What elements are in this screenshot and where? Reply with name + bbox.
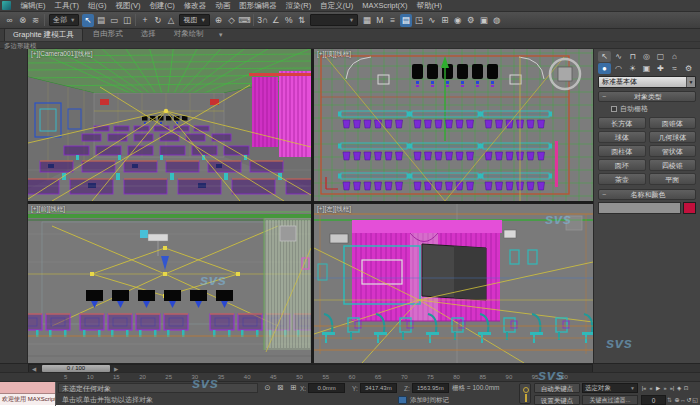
- space-warps-category-icon[interactable]: ≈: [668, 63, 681, 74]
- percent-snap-icon[interactable]: %: [283, 14, 295, 27]
- polygon-modeling-panel-label[interactable]: 多边形建模: [0, 42, 700, 49]
- named-selection-sets-dropdown[interactable]: ▼: [310, 14, 358, 26]
- bind-to-space-warp-icon[interactable]: ≋: [30, 14, 42, 27]
- isolate-selection-icon[interactable]: ⊙: [262, 383, 273, 393]
- selection-filter-dropdown[interactable]: 全部 ▼: [49, 14, 79, 26]
- listener-macro-line[interactable]: [0, 382, 55, 394]
- spinner-snap-icon[interactable]: ⇅: [296, 14, 308, 27]
- menu-item[interactable]: 编辑(E): [16, 0, 50, 11]
- previous-frame-icon[interactable]: «: [648, 383, 654, 393]
- go-to-start-icon[interactable]: |«: [641, 383, 647, 393]
- object-type-button[interactable]: 球体: [598, 131, 646, 143]
- listener-welcome-line[interactable]: 欢迎使用 MAXScript: [0, 394, 55, 405]
- motion-tab-icon[interactable]: ◎: [640, 51, 653, 62]
- ribbon-tab[interactable]: 选择: [133, 28, 164, 41]
- menu-item[interactable]: 自定义(U): [316, 0, 358, 11]
- time-configuration-icon[interactable]: ⊡: [683, 383, 689, 393]
- helpers-category-icon[interactable]: ✚: [654, 63, 667, 74]
- set-keys-button[interactable]: [519, 383, 531, 404]
- menu-item[interactable]: 创建(C): [145, 0, 179, 11]
- viewport-label[interactable]: [+][前][线框]: [31, 205, 65, 214]
- go-to-end-icon[interactable]: »|: [669, 383, 675, 393]
- menu-item[interactable]: 修改器: [179, 0, 211, 11]
- render-production-icon[interactable]: ◍: [491, 14, 503, 27]
- layer-manager-icon[interactable]: ▤: [400, 14, 412, 27]
- autogrid-checkbox[interactable]: [611, 106, 617, 112]
- angle-snap-icon[interactable]: ∠: [270, 14, 282, 27]
- schematic-view-icon[interactable]: ⊞: [439, 14, 451, 27]
- window-crossing-icon[interactable]: ◫: [121, 14, 133, 27]
- play-icon[interactable]: ▶: [655, 383, 661, 393]
- modify-tab-icon[interactable]: ∿: [612, 51, 625, 62]
- object-name-field[interactable]: [598, 202, 681, 214]
- current-frame-field[interactable]: 0: [641, 395, 666, 405]
- set-key-button[interactable]: 设置关键点: [534, 395, 580, 405]
- menu-item[interactable]: 渲染(R): [281, 0, 315, 11]
- create-tab-icon[interactable]: ↖: [598, 51, 611, 62]
- select-object-icon[interactable]: ↖: [82, 14, 94, 27]
- ribbon-collapse-icon[interactable]: ▼: [212, 29, 230, 41]
- x-field[interactable]: 0.0mm: [308, 383, 345, 393]
- auto-key-button[interactable]: 自动关键点: [534, 383, 580, 393]
- object-type-button[interactable]: 平面: [649, 173, 697, 185]
- graphite-toggle-icon[interactable]: ◳: [413, 14, 425, 27]
- z-field[interactable]: 1563.95m: [412, 383, 449, 393]
- select-by-name-icon[interactable]: ▤: [95, 14, 107, 27]
- menu-item[interactable]: 图形编辑器: [235, 0, 282, 11]
- top-viewport-scene[interactable]: [314, 49, 593, 201]
- key-mode-toggle-icon[interactable]: ◈: [676, 383, 682, 393]
- object-type-button[interactable]: 圆锥体: [649, 117, 697, 129]
- reference-coordinate-dropdown[interactable]: 视图 ▼: [179, 14, 209, 26]
- y-field[interactable]: 3417.43m: [360, 383, 397, 393]
- object-type-button[interactable]: 四棱锥: [649, 159, 697, 171]
- shapes-category-icon[interactable]: ◠: [612, 63, 625, 74]
- edit-named-selection-sets-icon[interactable]: ▦: [361, 14, 373, 27]
- ribbon-tab[interactable]: 对象绘制: [166, 28, 212, 41]
- primitive-type-dropdown[interactable]: 标准基本体 ▼: [598, 76, 696, 88]
- select-and-link-icon[interactable]: ∞: [4, 14, 16, 27]
- track-bar[interactable]: 5101520253035404550556065707580859095100: [0, 372, 700, 381]
- viewport-label[interactable]: [+][左][线框]: [317, 205, 351, 214]
- ribbon-tab[interactable]: Graphite 建模工具: [4, 28, 83, 41]
- hierarchy-tab-icon[interactable]: ⊓: [626, 51, 639, 62]
- select-and-scale-icon[interactable]: △: [165, 14, 177, 27]
- render-setup-icon[interactable]: ⚙: [465, 14, 477, 27]
- utilities-tab-icon[interactable]: ⌂: [668, 51, 681, 62]
- maximize-viewport-toggle-icon[interactable]: ◱: [692, 395, 698, 405]
- geometry-category-icon[interactable]: ●: [598, 63, 611, 74]
- selection-set-dropdown[interactable]: 选定对象 ▼: [582, 383, 638, 393]
- time-slider-handle[interactable]: 0 / 100: [42, 365, 110, 372]
- front-viewport-scene[interactable]: [28, 204, 311, 363]
- systems-category-icon[interactable]: ⚙: [682, 63, 695, 74]
- viewport-front[interactable]: [+][前][线框]: [28, 204, 311, 363]
- material-editor-icon[interactable]: ◉: [452, 14, 464, 27]
- camera-viewport-scene[interactable]: [28, 49, 311, 201]
- object-type-button[interactable]: 圆柱体: [598, 145, 646, 157]
- select-and-move-icon[interactable]: +: [139, 14, 151, 27]
- menu-item[interactable]: 帮助(H): [412, 0, 446, 11]
- viewport-label[interactable]: [+][Camera001][线框]: [31, 50, 93, 59]
- next-frame-icon[interactable]: »: [662, 383, 668, 393]
- display-tab-icon[interactable]: ▢: [654, 51, 667, 62]
- select-and-rotate-icon[interactable]: ↻: [152, 14, 164, 27]
- select-and-manipulate-icon[interactable]: ◇: [225, 14, 237, 27]
- object-type-button[interactable]: 圆环: [598, 159, 646, 171]
- viewport-label[interactable]: [+][顶][线框]: [317, 50, 351, 59]
- object-type-button[interactable]: 管状体: [649, 145, 697, 157]
- object-color-swatch[interactable]: [683, 202, 696, 214]
- key-filters-button[interactable]: 关键点过滤器...: [582, 395, 638, 405]
- object-type-button[interactable]: 茶壶: [598, 173, 646, 185]
- left-viewport-scene[interactable]: [314, 204, 593, 363]
- viewport-left[interactable]: [+][左][线框]: [314, 204, 593, 363]
- add-time-tag-button[interactable]: 添加时间标记: [410, 396, 449, 405]
- rectangular-selection-region-icon[interactable]: ▭: [108, 14, 120, 27]
- object-type-button[interactable]: 长方体: [598, 117, 646, 129]
- selection-lock-icon[interactable]: ⊠: [275, 383, 286, 393]
- viewport-camera[interactable]: [+][Camera001][线框]: [28, 49, 311, 201]
- app-logo-icon[interactable]: [2, 1, 11, 10]
- align-icon[interactable]: ≡: [387, 14, 399, 27]
- object-type-button[interactable]: 几何球体: [649, 131, 697, 143]
- cameras-category-icon[interactable]: ▣: [640, 63, 653, 74]
- lights-category-icon[interactable]: ☀: [626, 63, 639, 74]
- menu-item[interactable]: 动画: [211, 0, 235, 11]
